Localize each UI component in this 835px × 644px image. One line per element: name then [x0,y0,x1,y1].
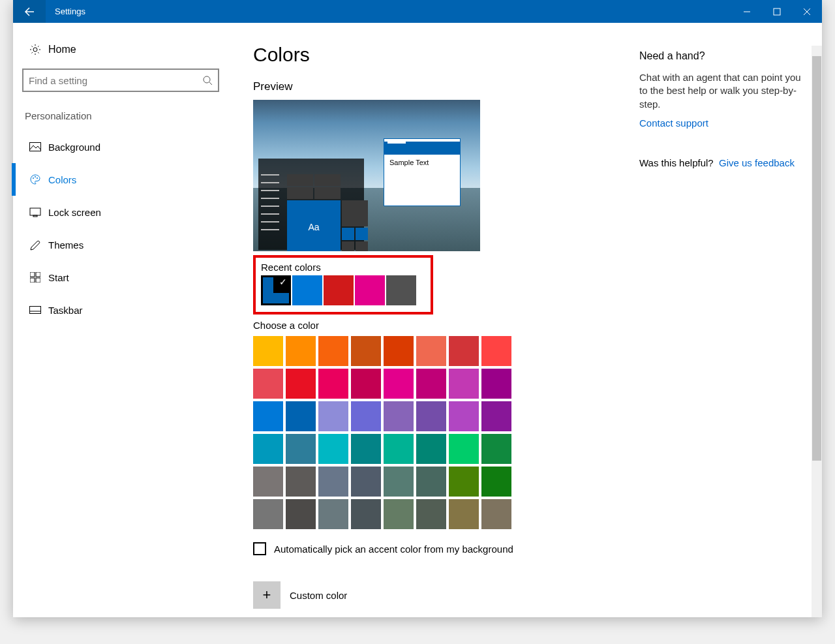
color-swatch[interactable] [449,434,479,464]
recent-color-swatch[interactable] [386,275,416,305]
arrow-left-icon [24,7,35,17]
color-swatch[interactable] [481,369,511,399]
color-swatch[interactable] [416,467,446,497]
color-swatch[interactable] [286,499,316,529]
svg-point-3 [204,76,210,83]
preview-label: Preview [253,80,639,93]
titlebar: Settings [13,0,822,23]
home-label: Home [48,44,76,55]
svg-rect-13 [30,278,35,283]
color-swatch[interactable] [449,336,479,366]
color-swatch[interactable] [286,401,316,431]
sidebar-item-background[interactable]: Background [13,130,228,163]
sidebar-item-colors[interactable]: Colors [13,163,228,196]
color-swatch[interactable] [318,336,348,366]
plus-icon: + [263,587,271,604]
contact-support-link[interactable]: Contact support [639,117,802,129]
search-box[interactable] [22,69,219,92]
color-swatch[interactable] [384,499,414,529]
auto-pick-label: Automatically pick an accent color from … [274,544,513,555]
help-body: Chat with an agent that can point you to… [639,71,802,111]
recent-color-swatch[interactable]: ✓ [261,275,291,305]
color-swatch[interactable] [351,434,381,464]
custom-color-label: Custom color [290,590,347,601]
color-swatch[interactable] [416,369,446,399]
main-content: Colors Preview Aa [228,23,639,617]
svg-point-7 [35,176,36,177]
minimize-button[interactable] [732,0,762,23]
svg-line-4 [209,82,212,85]
maximize-button[interactable] [762,0,792,23]
color-swatch[interactable] [286,369,316,399]
color-swatch[interactable] [351,369,381,399]
color-swatch[interactable] [449,369,479,399]
feedback-link[interactable]: Give us feedback [719,157,795,168]
sidebar-item-start[interactable]: Start [13,261,228,294]
color-swatch[interactable] [318,499,348,529]
svg-rect-1 [774,8,780,15]
color-swatch[interactable] [351,499,381,529]
color-swatch[interactable] [416,499,446,529]
color-swatch[interactable] [384,336,414,366]
color-swatch[interactable] [481,467,511,497]
help-panel: Need a hand? Chat with an agent that can… [639,23,822,617]
color-swatch[interactable] [318,369,348,399]
color-swatch[interactable] [481,434,511,464]
svg-rect-9 [30,208,40,215]
search-icon [202,75,213,85]
color-swatch[interactable] [351,467,381,497]
svg-rect-14 [36,278,40,283]
color-swatch[interactable] [449,467,479,497]
auto-pick-checkbox[interactable] [253,542,266,555]
color-swatch[interactable] [351,336,381,366]
color-swatch[interactable] [253,434,283,464]
color-swatch[interactable] [286,467,316,497]
scrollbar[interactable] [812,46,822,617]
color-swatch[interactable] [384,369,414,399]
color-swatch[interactable] [253,369,283,399]
palette-icon [29,174,41,185]
color-swatch[interactable] [416,336,446,366]
color-swatch[interactable] [286,336,316,366]
color-swatch[interactable] [481,401,511,431]
help-header: Need a hand? [639,50,802,62]
color-swatch[interactable] [384,401,414,431]
color-swatch[interactable] [449,499,479,529]
back-button[interactable] [13,0,46,23]
color-swatch[interactable] [384,467,414,497]
color-swatch[interactable] [286,434,316,464]
home-link[interactable]: Home [13,36,228,63]
tiles-icon [30,272,40,283]
sidebar-item-label: Themes [48,239,84,251]
recent-color-swatch[interactable] [292,275,322,305]
taskbar-icon [29,306,41,314]
color-swatch[interactable] [318,467,348,497]
color-swatch[interactable] [481,336,511,366]
close-button[interactable] [792,0,822,23]
recent-color-swatch[interactable] [355,275,385,305]
color-swatch[interactable] [416,401,446,431]
sidebar-item-themes[interactable]: Themes [13,228,228,261]
sidebar-item-lock-screen[interactable]: Lock screen [13,196,228,228]
search-input[interactable] [29,75,202,86]
color-swatch[interactable] [253,467,283,497]
svg-rect-11 [30,272,35,277]
recent-colors-label: Recent colors [261,262,425,273]
color-swatch[interactable] [253,499,283,529]
color-swatch[interactable] [384,434,414,464]
custom-color-button[interactable]: + [253,581,281,609]
color-swatch[interactable] [253,336,283,366]
color-swatch[interactable] [253,401,283,431]
color-swatch[interactable] [449,401,479,431]
color-swatch[interactable] [481,499,511,529]
color-swatch[interactable] [416,434,446,464]
color-swatch[interactable] [318,401,348,431]
sidebar-item-label: Background [48,142,100,153]
was-helpful-label: Was this helpful? [639,157,714,168]
scrollbar-thumb[interactable] [812,56,821,461]
color-swatch[interactable] [318,434,348,464]
color-swatch[interactable] [351,401,381,431]
recent-color-swatch[interactable] [324,275,354,305]
sidebar-item-taskbar[interactable]: Taskbar [13,294,228,326]
svg-rect-12 [36,272,40,277]
